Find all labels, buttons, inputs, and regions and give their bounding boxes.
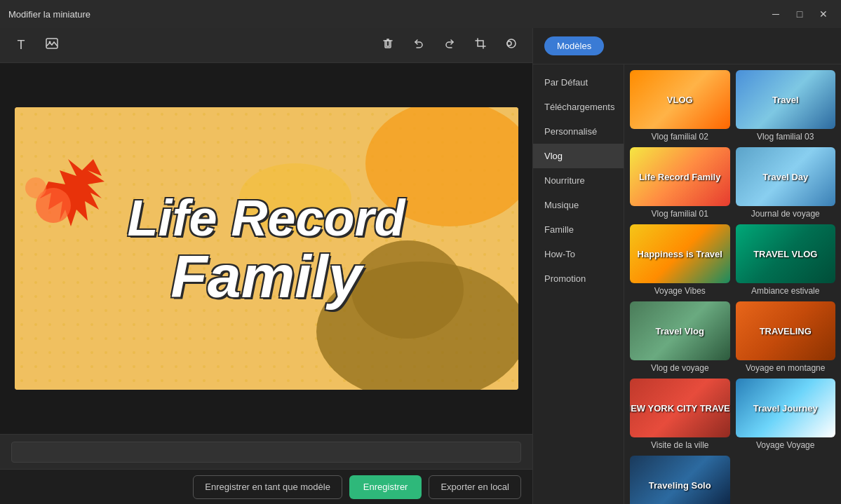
thumbnail-text-voyage-voyage: Travel Journey (751, 400, 821, 416)
thumbnail-text-vlog-de-voyage: Travel Vlog (653, 323, 707, 339)
save-button[interactable]: Enregistrer (349, 475, 422, 499)
canvas-area[interactable]: Life Record Family (0, 63, 532, 434)
svg-point-13 (25, 177, 46, 198)
thumbnail-img-voyage-en-solo: Traveling Solo (630, 456, 730, 504)
thumbnail-label-journal-de-voyage: Journal de voyage (736, 209, 836, 219)
thumbnail-img-voyage-en-montagne: TRAVELING (736, 301, 836, 360)
thumbnail-voyage-vibes[interactable]: Happiness is TravelVoyage Vibes (630, 224, 730, 296)
thumbnail-img-visite-de-la-ville: NEW YORK CITY TRAVEL (630, 379, 730, 437)
category-item-how-to[interactable]: How-To (533, 242, 624, 266)
thumbnail-img-journal-de-voyage: Travel Day (736, 147, 836, 206)
category-item-famille[interactable]: Famille (533, 217, 624, 242)
footer: Enregistrer en tant que modèle Enregistr… (0, 469, 532, 504)
text-tool-button[interactable]: T (8, 33, 34, 58)
text-tool-icon: T (18, 38, 25, 53)
category-item-par-defaut[interactable]: Par Défaut (533, 70, 624, 95)
thumbnail-text-voyage-vibes: Happiness is Travel (635, 246, 725, 262)
category-item-vlog[interactable]: Vlog (533, 144, 624, 168)
close-button[interactable]: ✕ (814, 5, 833, 23)
category-item-telechargements[interactable]: Téléchargements (533, 95, 624, 119)
export-button[interactable]: Exporter en local (429, 475, 521, 499)
thumbnail-label-vlog-familial-03: Vlog familial 03 (736, 132, 836, 142)
thumbnail-img-vlog-familial-03: Travel (736, 70, 836, 129)
thumbnail-label-visite-de-la-ville: Visite de la ville (630, 440, 730, 450)
right-panel: Modèles Par DéfautTéléchargementsPersonn… (532, 28, 841, 504)
save-model-button[interactable]: Enregistrer en tant que modèle (193, 475, 342, 499)
thumbnail-label-voyage-en-montagne: Voyage en montagne (736, 363, 836, 373)
window-controls: ─ □ ✕ (767, 5, 833, 23)
svg-point-14 (239, 163, 351, 233)
delete-button[interactable] (375, 33, 401, 58)
image-tool-icon (45, 36, 59, 54)
category-item-musique[interactable]: Musique (533, 193, 624, 217)
models-button[interactable]: Modèles (544, 36, 604, 55)
minimize-button[interactable]: ─ (767, 5, 785, 23)
thumbnail-label-ambiance-estivale: Ambiance estivale (736, 286, 836, 296)
maximize-button[interactable]: □ (790, 5, 809, 23)
layers-button[interactable] (499, 33, 524, 58)
thumbnails-grid: VLOGVlog familial 02TravelVlog familial … (624, 64, 841, 504)
canvas-panel: T (0, 28, 532, 504)
thumbnail-voyage-en-solo[interactable]: Traveling SoloVoyage en solo (630, 456, 730, 504)
toolbar: T (0, 28, 532, 63)
window-title: Modifier la miniature (8, 9, 90, 20)
canvas-scene (15, 107, 518, 390)
thumbnail-text-ambiance-estivale: TRAVEL VLOG (751, 246, 820, 262)
thumbnail-text-voyage-en-solo: Traveling Solo (646, 477, 714, 493)
thumbnail-label-voyage-vibes: Voyage Vibes (630, 286, 730, 296)
category-sidebar: Par DéfautTéléchargementsPersonnaliséVlo… (533, 64, 624, 504)
category-item-promotion[interactable]: Promotion (533, 266, 624, 291)
thumbnail-img-ambiance-estivale: TRAVEL VLOG (736, 224, 836, 283)
thumbnail-img-vlog-familial-02: VLOG (630, 70, 730, 129)
image-tool-button[interactable] (39, 33, 65, 58)
undo-icon (412, 37, 425, 53)
redo-button[interactable] (437, 33, 462, 58)
caption-input[interactable] (11, 442, 521, 463)
thumbnail-vlog-familial-03[interactable]: TravelVlog familial 03 (736, 70, 836, 142)
crop-button[interactable] (468, 33, 493, 58)
thumbnail-label-voyage-voyage: Voyage Voyage (736, 440, 836, 450)
thumbnail-text-voyage-en-montagne: TRAVELING (757, 323, 814, 339)
thumbnail-img-voyage-voyage: Travel Journey (736, 379, 836, 437)
category-item-nourriture[interactable]: Nourriture (533, 168, 624, 193)
undo-button[interactable] (406, 33, 431, 58)
canvas-image[interactable]: Life Record Family (15, 107, 518, 390)
title-bar: Modifier la miniature ─ □ ✕ (0, 0, 841, 28)
panel-top: Modèles (533, 28, 841, 64)
thumbnail-text-vlog-familial-03: Travel (769, 92, 802, 108)
thumbnail-label-vlog-familial-02: Vlog familial 02 (630, 132, 730, 142)
thumbnail-label-vlog-familial-01: Vlog familial 01 (630, 209, 730, 219)
bottom-bar (0, 434, 532, 469)
thumbnail-label-vlog-de-voyage: Vlog de voyage (630, 363, 730, 373)
thumbnail-text-journal-de-voyage: Travel Day (760, 169, 811, 185)
thumbnail-text-visite-de-la-ville: NEW YORK CITY TRAVEL (630, 400, 730, 416)
main-container: T (0, 28, 841, 504)
thumbnail-ambiance-estivale[interactable]: TRAVEL VLOGAmbiance estivale (736, 224, 836, 296)
delete-icon (382, 37, 394, 53)
thumbnail-vlog-familial-01[interactable]: Life Record FamilyVlog familial 01 (630, 147, 730, 219)
category-item-personnalise[interactable]: Personnalisé (533, 119, 624, 144)
thumbnail-visite-de-la-ville[interactable]: NEW YORK CITY TRAVELVisite de la ville (630, 379, 730, 450)
redo-icon (443, 37, 456, 53)
thumbnail-voyage-en-montagne[interactable]: TRAVELINGVoyage en montagne (736, 301, 836, 373)
thumbnail-img-vlog-familial-01: Life Record Family (630, 147, 730, 206)
thumbnail-vlog-familial-02[interactable]: VLOGVlog familial 02 (630, 70, 730, 142)
thumbnail-img-voyage-vibes: Happiness is Travel (630, 224, 730, 283)
panel-content: Par DéfautTéléchargementsPersonnaliséVlo… (533, 64, 841, 504)
toolbar-right (375, 33, 524, 58)
thumbnail-text-vlog-familial-01: Life Record Family (636, 169, 723, 185)
svg-point-4 (507, 41, 511, 46)
layers-icon (505, 37, 518, 53)
svg-point-11 (351, 240, 464, 339)
thumbnail-text-vlog-familial-02: VLOG (664, 92, 696, 108)
thumbnail-vlog-de-voyage[interactable]: Travel VlogVlog de voyage (630, 301, 730, 373)
crop-icon (474, 37, 487, 53)
thumbnail-voyage-voyage[interactable]: Travel JourneyVoyage Voyage (736, 379, 836, 450)
thumbnail-journal-de-voyage[interactable]: Travel DayJournal de voyage (736, 147, 836, 219)
thumbnail-img-vlog-de-voyage: Travel Vlog (630, 301, 730, 360)
